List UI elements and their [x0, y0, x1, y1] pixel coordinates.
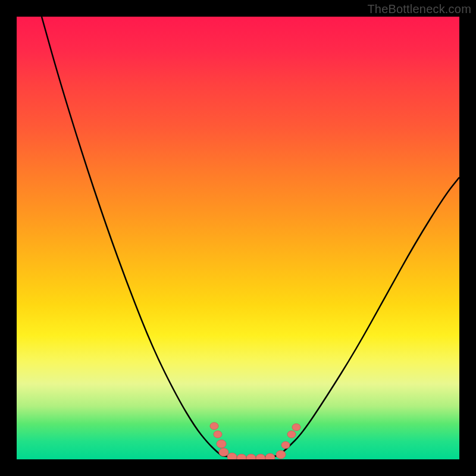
bead — [237, 454, 246, 459]
curve-beads — [210, 422, 300, 459]
bead — [265, 453, 275, 459]
bead — [256, 454, 265, 459]
curve-right — [278, 177, 459, 456]
bead — [210, 422, 218, 430]
watermark: TheBottleneck.com — [367, 2, 471, 16]
bead — [292, 424, 300, 431]
chart-frame — [17, 17, 459, 459]
bead — [281, 441, 290, 449]
bead — [219, 448, 228, 456]
bead — [276, 450, 286, 459]
curve-left — [42, 17, 222, 456]
bead — [246, 454, 256, 459]
bead — [287, 431, 296, 438]
chart-svg — [17, 17, 459, 459]
bead — [227, 453, 237, 459]
bead — [217, 440, 226, 448]
bead — [214, 431, 222, 438]
